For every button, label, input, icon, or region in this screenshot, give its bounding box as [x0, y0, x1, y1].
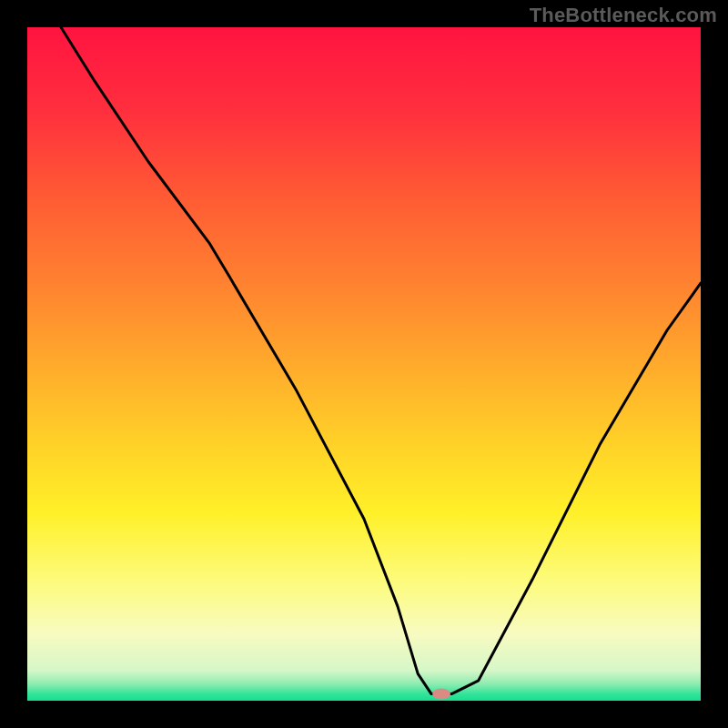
plot-area [27, 27, 701, 701]
chart-svg [27, 27, 701, 701]
watermark-text: TheBottleneck.com [530, 4, 717, 27]
gradient-rect [27, 27, 701, 701]
chart-frame: TheBottleneck.com [0, 0, 728, 728]
optimal-point-marker [432, 689, 450, 700]
